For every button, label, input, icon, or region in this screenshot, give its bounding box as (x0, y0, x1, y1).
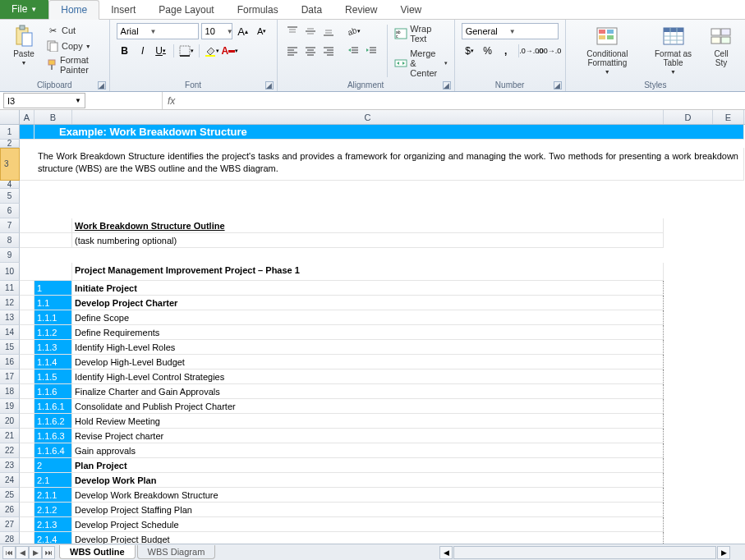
fx-icon[interactable]: fx (163, 95, 180, 107)
align-left-button[interactable] (284, 43, 301, 59)
cell[interactable] (20, 296, 34, 310)
row-head-22[interactable]: 22 (0, 443, 20, 458)
row-head-26[interactable]: 26 (0, 503, 20, 517)
col-head-b[interactable]: B (34, 110, 72, 124)
row-head-6[interactable]: 6 (0, 204, 20, 218)
col-head-c[interactable]: C (72, 110, 664, 124)
wbs-number[interactable]: 1.1.2 (34, 325, 72, 340)
align-middle-button[interactable] (302, 23, 319, 39)
outline-heading[interactable]: Work Breakdown Structure Outline (72, 218, 664, 233)
cell[interactable] (20, 218, 72, 233)
row-head-25[interactable]: 25 (0, 488, 20, 503)
cell[interactable] (20, 458, 34, 473)
row-head-19[interactable]: 19 (0, 399, 20, 414)
dialog-launcher-icon[interactable]: ◢ (443, 81, 451, 90)
wbs-task[interactable]: Develop Project Staffing Plan (72, 503, 664, 517)
cell[interactable] (20, 263, 72, 281)
hscroll-track[interactable] (453, 546, 716, 559)
row-head-5[interactable]: 5 (0, 189, 20, 204)
wbs-task[interactable]: Define Scope (72, 310, 664, 325)
wbs-task[interactable]: Consolidate and Publish Project Charter (72, 399, 664, 414)
decrease-indent-button[interactable] (345, 43, 361, 59)
wbs-number[interactable]: 2 (34, 458, 72, 473)
format-as-table-button[interactable]: Format as Table▼ (647, 23, 699, 76)
wbs-task[interactable]: Finalize Charter and Gain Approvals (72, 384, 664, 399)
row-head-9[interactable]: 9 (0, 248, 20, 263)
wbs-task[interactable]: Identify High-Level Control Strategies (72, 370, 664, 384)
row-head-16[interactable]: 16 (0, 355, 20, 370)
font-name-select[interactable]: Arial▼ (117, 23, 199, 39)
paste-button[interactable]: Paste ▼ (7, 23, 41, 67)
spreadsheet-grid[interactable]: A B C D E 123456789101112131415161718192… (0, 110, 745, 547)
align-right-button[interactable] (320, 43, 337, 59)
tab-insert[interactable]: Insert (99, 1, 147, 19)
row-head-20[interactable]: 20 (0, 414, 20, 429)
name-box[interactable]: I3▼ (3, 93, 85, 108)
font-size-select[interactable]: 10▼ (201, 23, 232, 39)
cell-styles-button[interactable]: Cell Sty (704, 23, 738, 69)
wbs-number[interactable]: 2.1.3 (34, 517, 72, 532)
cell[interactable] (20, 443, 34, 458)
align-bottom-button[interactable] (320, 23, 337, 39)
row-head-12[interactable]: 12 (0, 296, 20, 310)
hscroll-left[interactable]: ◀ (439, 546, 453, 559)
wbs-task[interactable]: Define Requirements (72, 325, 664, 340)
row-head-14[interactable]: 14 (0, 325, 20, 340)
wbs-number[interactable]: 1.1.6 (34, 384, 72, 399)
tab-data[interactable]: Data (290, 1, 333, 19)
cell[interactable] (20, 370, 34, 384)
row-head-27[interactable]: 27 (0, 517, 20, 532)
cell[interactable] (20, 281, 34, 296)
wbs-number[interactable]: 1.1.5 (34, 370, 72, 384)
wbs-number[interactable]: 1.1.6.2 (34, 414, 72, 429)
description-cell[interactable]: The Work Breakdown Structure identifies … (20, 148, 744, 181)
dialog-launcher-icon[interactable]: ◢ (265, 81, 274, 90)
currency-button[interactable]: $ ▾ (462, 43, 478, 59)
tab-formulas[interactable]: Formulas (226, 1, 290, 19)
sheet-nav-prev[interactable]: ◀ (16, 546, 29, 559)
wbs-number[interactable]: 2.1 (34, 473, 72, 488)
row-head-7[interactable]: 7 (0, 218, 20, 233)
title-cell[interactable]: Example: Work Breakdown Structure (34, 125, 744, 140)
cell[interactable] (20, 473, 34, 488)
row-head-18[interactable]: 18 (0, 384, 20, 399)
cell[interactable] (20, 325, 34, 340)
cell[interactable] (20, 503, 34, 517)
wbs-task[interactable]: Develop Work Plan (72, 473, 664, 488)
cell[interactable] (20, 355, 34, 370)
wrap-text-button[interactable]: abcWrap Text (394, 23, 447, 44)
wbs-number[interactable]: 2.1.1 (34, 488, 72, 503)
wbs-task[interactable]: Gain approvals (72, 443, 664, 458)
select-all-corner[interactable] (0, 110, 20, 124)
copy-button[interactable]: Copy ▼ (46, 39, 103, 53)
row-head-10[interactable]: 10 (0, 263, 20, 281)
cell[interactable] (20, 399, 34, 414)
wbs-task[interactable]: Plan Project (72, 458, 664, 473)
font-color-button[interactable]: A▾ (222, 43, 238, 59)
row-head-11[interactable]: 11 (0, 281, 20, 296)
row-head-17[interactable]: 17 (0, 370, 20, 384)
italic-button[interactable]: I (135, 43, 151, 59)
wbs-number[interactable]: 1.1.6.3 (34, 429, 72, 443)
row-head-2[interactable]: 2 (0, 140, 20, 148)
row-head-3[interactable]: 3 (0, 148, 20, 181)
tab-home[interactable]: Home (48, 0, 99, 20)
comma-button[interactable]: , (498, 43, 514, 59)
cell[interactable] (20, 310, 34, 325)
formula-input[interactable] (180, 93, 745, 108)
wbs-number[interactable]: 1.1.6.1 (34, 399, 72, 414)
sheet-nav-next[interactable]: ▶ (29, 546, 42, 559)
wbs-task[interactable]: Initiate Project (72, 281, 664, 296)
shrink-font-button[interactable]: A▾ (254, 23, 270, 39)
wbs-number[interactable]: 1.1.1 (34, 310, 72, 325)
tab-pagelayout[interactable]: Page Layout (147, 1, 225, 19)
col-head-a[interactable]: A (20, 110, 34, 124)
sheet-tab-wbs-outline[interactable]: WBS Outline (59, 545, 136, 559)
grow-font-button[interactable]: A▴ (235, 23, 251, 39)
wbs-number[interactable]: 1.1.4 (34, 355, 72, 370)
borders-button[interactable]: ▾ (178, 43, 195, 59)
increase-indent-button[interactable] (363, 43, 379, 59)
hscroll-right[interactable]: ▶ (717, 546, 730, 559)
wbs-task[interactable]: Develop Work Breakdown Structure (72, 488, 664, 503)
wbs-number[interactable]: 1.1 (34, 296, 72, 310)
